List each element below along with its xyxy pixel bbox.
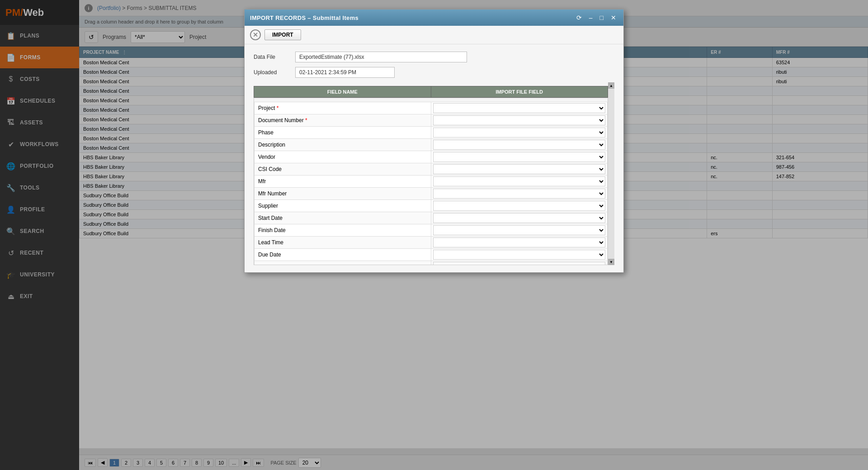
mapping-field-label: Due Date	[255, 249, 431, 261]
modal-close-button[interactable]: ✕	[609, 14, 618, 21]
mapping-field-label: Mfr	[255, 176, 431, 188]
data-file-input[interactable]	[295, 52, 467, 62]
mapping-field-label: Finish Date	[255, 224, 431, 237]
mapping-table: FIELD NAME IMPORT FILE FIELD	[254, 86, 608, 98]
mapping-select-cell[interactable]	[431, 261, 608, 266]
mapping-field-select[interactable]	[433, 201, 606, 211]
mapping-field-label: Mfr Number	[255, 188, 431, 200]
mapping-select-cell[interactable]	[431, 249, 608, 261]
mapping-scroll-area[interactable]: Project * Document Number * Phase Desc	[254, 98, 608, 265]
import-modal: IMPORT RECORDS – Submittal Items ⟳ – □ ✕…	[244, 9, 624, 273]
mapping-field-label: CSI Code	[255, 163, 431, 176]
col-field-name: FIELD NAME	[254, 86, 431, 98]
modal-cancel-button[interactable]: ✕	[250, 29, 261, 40]
mapping-table-wrapper: FIELD NAME IMPORT FILE FIELD Project * D…	[254, 82, 608, 265]
mapping-field-select[interactable]	[433, 213, 606, 223]
mapping-field-select[interactable]	[433, 225, 606, 235]
mapping-select-cell[interactable]	[431, 102, 608, 114]
mapping-row: Project *	[255, 102, 608, 114]
mapping-select-cell[interactable]	[431, 139, 608, 151]
import-button[interactable]: IMPORT	[264, 29, 301, 40]
mapping-section: FIELD NAME IMPORT FILE FIELD Project * D…	[254, 82, 614, 265]
mapping-field-label: Project *	[255, 102, 431, 114]
col-import-field: IMPORT FILE FIELD	[431, 86, 608, 98]
mapping-select-cell[interactable]	[431, 237, 608, 249]
mapping-field-label: Lead Time	[255, 237, 431, 249]
mapping-field-select[interactable]	[433, 189, 606, 199]
mapping-field-label: Document Number *	[255, 114, 431, 127]
modal-minimize-button[interactable]: –	[587, 14, 594, 21]
mapping-field-select[interactable]	[433, 237, 606, 247]
modal-title: IMPORT RECORDS – Submittal Items	[250, 14, 359, 21]
mapping-field-label: Supplier	[255, 200, 431, 212]
mapping-field-select[interactable]	[433, 250, 606, 260]
mapping-row: Mfr Number	[255, 188, 608, 200]
mapping-field-select[interactable]	[433, 140, 606, 150]
mapping-row: Vendor	[255, 151, 608, 163]
mapping-field-select[interactable]	[433, 128, 606, 138]
uploaded-row: Uploaded	[254, 67, 614, 78]
mapping-row: Finish Date	[255, 224, 608, 237]
mapping-row: Description	[255, 139, 608, 151]
mapping-field-select[interactable]	[433, 152, 606, 162]
modal-maximize-button[interactable]: □	[598, 14, 605, 21]
mapping-field-select[interactable]	[433, 176, 606, 186]
mapping-field-select[interactable]	[433, 115, 606, 125]
mapping-row: Lead Time	[255, 237, 608, 249]
mapping-row: Task	[255, 261, 608, 266]
modal-body: Data File Uploaded FIELD NAME IMPORT FIL…	[245, 44, 623, 272]
mapping-rows-table: Project * Document Number * Phase Desc	[254, 102, 608, 265]
mapping-select-cell[interactable]	[431, 212, 608, 224]
mapping-field-select[interactable]	[433, 103, 606, 113]
modal-overlay: IMPORT RECORDS – Submittal Items ⟳ – □ ✕…	[0, 0, 868, 470]
mapping-field-label: Phase	[255, 127, 431, 139]
mapping-select-cell[interactable]	[431, 176, 608, 188]
mapping-select-cell[interactable]	[431, 163, 608, 176]
mapping-select-cell[interactable]	[431, 188, 608, 200]
mapping-select-cell[interactable]	[431, 127, 608, 139]
modal-controls: ⟳ – □ ✕	[575, 14, 618, 21]
mapping-row: CSI Code	[255, 163, 608, 176]
mapping-row: Mfr	[255, 176, 608, 188]
data-file-label: Data File	[254, 54, 290, 60]
mapping-row: Phase	[255, 127, 608, 139]
scroll-up-btn[interactable]: ▲	[608, 82, 614, 89]
mapping-row: Due Date	[255, 249, 608, 261]
mapping-field-label: Vendor	[255, 151, 431, 163]
mapping-row: Start Date	[255, 212, 608, 224]
modal-titlebar: IMPORT RECORDS – Submittal Items ⟳ – □ ✕	[245, 9, 623, 26]
mapping-field-label: Start Date	[255, 212, 431, 224]
uploaded-label: Uploaded	[254, 69, 290, 76]
modal-toolbar: ✕ IMPORT	[245, 26, 623, 44]
scroll-down-btn[interactable]: ▼	[608, 259, 614, 265]
uploaded-input[interactable]	[295, 67, 395, 78]
modal-scrollbar[interactable]: ▲ ▼	[608, 82, 614, 265]
mapping-select-cell[interactable]	[431, 114, 608, 127]
mapping-field-label: Task	[255, 261, 431, 266]
mapping-row: Supplier	[255, 200, 608, 212]
mapping-select-cell[interactable]	[431, 200, 608, 212]
mapping-select-cell[interactable]	[431, 151, 608, 163]
mapping-field-select[interactable]	[433, 164, 606, 174]
mapping-select-cell[interactable]	[431, 224, 608, 237]
mapping-field-label: Description	[255, 139, 431, 151]
modal-restore-button[interactable]: ⟳	[575, 14, 584, 21]
data-file-row: Data File	[254, 52, 614, 62]
mapping-field-select[interactable]	[433, 262, 606, 265]
mapping-row: Document Number *	[255, 114, 608, 127]
